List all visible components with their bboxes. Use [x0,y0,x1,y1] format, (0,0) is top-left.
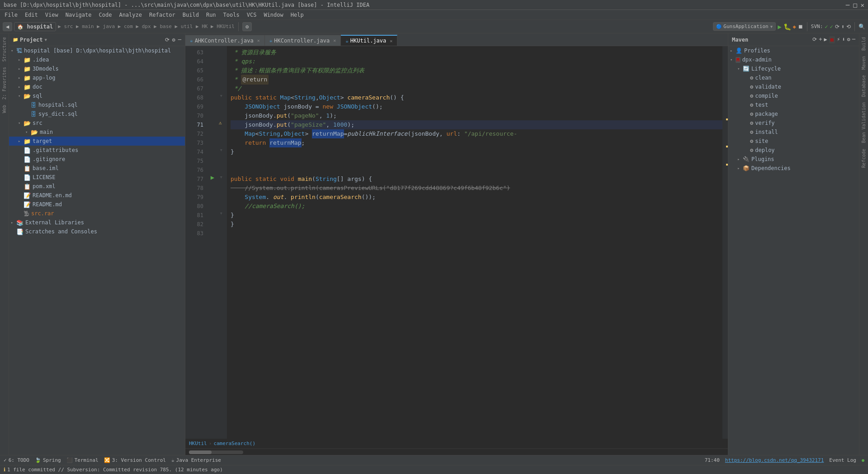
tree-item-base-iml[interactable]: ▸ 📋 base.iml [9,164,185,173]
menu-window[interactable]: Window [261,11,286,19]
back-button[interactable]: ◀ [3,22,12,31]
maven-lightning-button[interactable]: ⚡ [837,36,840,43]
menu-help[interactable]: Help [288,11,307,19]
maven-collapse-button[interactable]: ─ [852,36,855,43]
maven-phase-site[interactable]: ▸ ⚙ site [728,137,859,146]
status-todo[interactable]: ✓ 6: TODO [4,457,29,463]
maximize-button[interactable]: □ [853,1,857,9]
breadcrumb-hkutil[interactable]: HKUtil [189,441,207,446]
window-controls[interactable]: ─ □ ✕ [846,1,864,9]
tab-ahkcontroller[interactable]: ☕ AHKController.java ✕ [185,35,265,46]
code-editor[interactable]: 63 64 65 66 67 68 69 70 71 72 73 74 75 7… [185,46,728,439]
maven-dependencies[interactable]: ▸ 📦 Dependencies [728,164,859,173]
tree-item-hospital-sql[interactable]: ▸ 🗄 hospital.sql [9,100,185,109]
strip-web[interactable]: Web [2,103,7,115]
maven-profiles[interactable]: ▸ 👤 Profiles [728,46,859,55]
status-version-control[interactable]: 🔀 3: Version Control [104,457,166,463]
svn-commit[interactable]: ⬆ [841,24,844,30]
fold-icon-77[interactable]: ▿ [220,173,223,182]
status-url[interactable]: https://blog.csdn.net/qq_39432171 [725,457,824,463]
maven-m-button[interactable]: m [829,36,835,43]
tree-item-idea[interactable]: ▸ 📁 .idea [9,55,185,64]
code-content[interactable]: * 资源目录服务 * qps: * 描述：根据条件查询目录下有权限的监控点列表 … [227,46,722,439]
run-coverage-button[interactable]: ◆ [793,24,796,30]
menu-navigate[interactable]: Navigate [63,11,94,19]
breadcrumb-method[interactable]: cameraSearch() [213,441,255,446]
maven-phase-compile[interactable]: ▸ ⚙ compile [728,91,859,100]
svn-history[interactable]: ⟲ [846,24,851,30]
tree-item-3dmodels[interactable]: ▸ 📁 3Dmodels [9,64,185,73]
tree-item-target[interactable]: ▸ 📁 target [9,137,185,146]
tree-item-external-libs[interactable]: ▸ 📚 External Libraries [9,218,185,227]
maven-settings-button[interactable]: ⚙ [847,36,850,43]
status-java-enterprise[interactable]: ☕ Java Enterprise [171,457,221,463]
maven-phase-install[interactable]: ▸ ⚙ install [728,128,859,137]
strip-favorites[interactable]: 2: Favorites [2,65,7,101]
tree-item-scratches[interactable]: ▸ 📑 Scratches and Consoles [9,227,185,236]
tab-close-button2[interactable]: ✕ [333,38,336,43]
gear-icon[interactable]: ⚙ [172,37,175,43]
stop-button[interactable]: ⏹ [798,24,803,30]
menu-vcs[interactable]: VCS [244,11,259,19]
maven-refresh-button[interactable]: ⟳ [812,36,817,43]
strip-refcode[interactable]: Refcode [861,147,866,170]
fold-icon-68[interactable]: ▿ [220,91,223,100]
maven-phase-deploy[interactable]: ▸ ⚙ deploy [728,146,859,155]
project-label[interactable]: 🏠 hospital [14,22,56,31]
tree-item-readme[interactable]: ▸ 📝 README.md [9,200,185,209]
menu-edit[interactable]: Edit [22,11,41,19]
maven-run-button[interactable]: ▶ [824,36,827,43]
maven-dpx-admin[interactable]: ▾ M dpx-admin [728,55,859,64]
scroll-thumb[interactable] [189,450,212,454]
svn-update[interactable]: ⟳ [835,24,840,30]
menu-code[interactable]: Code [96,11,115,19]
tree-item-src-rar[interactable]: ▸ 🗜 src.rar [9,209,185,218]
status-spring[interactable]: 🍃 Spring [35,457,61,463]
tree-item-license[interactable]: ▸ 📄 LICENSE [9,173,185,182]
sync-button[interactable]: ⟳ [165,37,170,43]
tree-item-pom[interactable]: ▸ 📋 pom.xml [9,182,185,191]
horizontal-scrollbar[interactable] [189,450,243,454]
maven-phase-verify[interactable]: ▸ ⚙ verify [728,118,859,128]
menu-analyze[interactable]: Analyze [116,11,145,19]
run-button[interactable]: ▶ [778,23,781,30]
tree-item-src[interactable]: ▾ 📂 src [9,118,185,128]
run-config[interactable]: 🔵 GunsApplication ▼ [713,22,776,31]
fold-icon-74[interactable]: ▿ [220,146,223,155]
maven-phase-package[interactable]: ▸ ⚙ package [728,109,859,118]
tree-item-gitattributes[interactable]: ▸ 📄 .gitattributes [9,146,185,155]
menu-tools[interactable]: Tools [221,11,242,19]
maven-add-button[interactable]: + [819,36,822,43]
run-gutter-icon[interactable]: ▶ [207,173,218,182]
maven-lifecycle[interactable]: ▾ 🔄 Lifecycle [728,64,859,73]
maven-filter-button[interactable]: ⬇ [842,36,845,43]
menu-refactor[interactable]: Refactor [146,11,178,19]
event-log[interactable]: Event Log [829,457,856,463]
maven-plugins[interactable]: ▸ 🔌 Plugins [728,155,859,164]
tab-close-button[interactable]: ✕ [257,38,260,43]
debug-button[interactable]: 🐛 [783,23,791,30]
strip-database[interactable]: Database [861,73,866,99]
tab-hkcontroller[interactable]: ☕ HKController.java ✕ [265,35,341,46]
menu-build[interactable]: Build [180,11,202,19]
tree-item-doc[interactable]: ▸ 📁 doc [9,82,185,91]
strip-build[interactable]: Build [861,35,866,52]
status-terminal[interactable]: ⬛ Terminal [66,457,99,463]
tree-item-sys-dict-sql[interactable]: ▸ 🗄 sys_dict.sql [9,109,185,118]
tree-item-gitignore[interactable]: ▸ 📄 .gitignore [9,155,185,164]
search-button[interactable]: 🔍 [859,24,865,30]
strip-bean-validation[interactable]: Bean Validation [861,100,866,145]
tab-hkutil[interactable]: ☕ HKUtil.java ✕ [341,35,397,46]
tree-item-main[interactable]: ▾ 📂 main [9,128,185,137]
maven-phase-clean[interactable]: ▸ ⚙ clean [728,73,859,82]
tree-item-hospital[interactable]: ▾ 🏗 hospital [base] D:\dpx\hospital\bjth… [9,46,185,55]
close-button[interactable]: ✕ [861,1,864,9]
tree-item-app-log[interactable]: ▸ 📁 app-log [9,73,185,82]
strip-structure[interactable]: Structure [2,35,7,63]
tree-item-readme-en[interactable]: ▸ 📝 README.en.md [9,191,185,200]
settings-button[interactable]: ⚙ [242,22,252,31]
maven-phase-validate[interactable]: ▸ ⚙ validate [728,82,859,91]
strip-maven[interactable]: Maven [861,54,866,71]
minimize-sidebar-button[interactable]: ─ [178,37,181,43]
sidebar-tools[interactable]: ⟳ ⚙ ─ [165,37,181,43]
